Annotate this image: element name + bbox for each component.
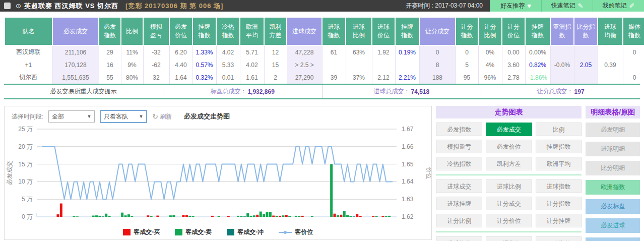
topbar-button-3[interactable]: 我的笔记✐	[593, 0, 644, 12]
topbar-button-1[interactable]: 好友推荐♥	[490, 0, 541, 12]
summary-label: 让分总成交：	[537, 87, 573, 96]
col-header: 必发成交	[52, 17, 99, 45]
trend-button-进球指数[interactable]: 进球指数	[536, 179, 582, 193]
trend-button-亚洲指数[interactable]: 亚洲指数	[486, 236, 532, 241]
refresh-button[interactable]: ↻ 刷新	[152, 112, 172, 121]
col-header: 凯利方差	[264, 17, 287, 45]
odds-table-wrap: 队名必发成交必发指数比例模拟盈亏必发价位挂牌指数冷热指数欧洲平均凯利方差进球成交…	[4, 17, 640, 84]
legend-item: 客价位	[279, 228, 313, 236]
col-header: 亚洲指数	[550, 17, 574, 45]
odds-cell: 2	[264, 71, 287, 84]
col-header: 让分指数	[456, 17, 478, 45]
trend-button-必发指数[interactable]: 必发指数	[436, 123, 482, 136]
legend-swatch	[175, 229, 182, 235]
col-header: 挂牌指数	[192, 17, 216, 45]
top-bar: ⊙ 英超联赛 西汉姆联 VS 切尔西 [竞彩 20170306 期 第 006 …	[0, 0, 644, 12]
odds-cell: 16	[99, 58, 121, 71]
summary-section: 让分总成交：197	[481, 85, 640, 98]
team-name: 西汉姆联	[5, 45, 52, 58]
odds-cell	[372, 58, 395, 71]
odds-cell	[550, 71, 574, 84]
summary-value: 197	[574, 88, 585, 95]
detail-button-必发明细[interactable]: 必发明细	[586, 123, 640, 137]
legend-label: 客价位	[295, 228, 313, 236]
trend-chart: 0 万1.625 万1.6310 万1.6415 万1.6520 万1.6625…	[5, 124, 431, 227]
odds-cell: 1,551,635	[52, 71, 99, 84]
detail-button-正确比分[interactable]: 正确比分	[586, 237, 640, 241]
trend-button-让分挂牌[interactable]: 让分挂牌	[536, 214, 582, 227]
team-filter-select[interactable]: 只看客队 ▼	[100, 110, 147, 123]
kickoff-time: 开赛时间 : 2017-03-07 04:00	[406, 2, 483, 10]
time-range-select[interactable]: 全部 ▼	[48, 110, 95, 123]
legend-item: 客成交-卖	[175, 228, 212, 236]
detail-button-进球明细[interactable]: 进球明细	[586, 142, 640, 156]
page: ⊙ 英超联赛 西汉姆联 VS 切尔西 [竞彩 20170306 期 第 006 …	[0, 0, 644, 241]
odds-cell	[346, 58, 372, 71]
odds-cell	[574, 45, 598, 58]
detail-button-欧洲指数[interactable]: 欧洲指数	[586, 180, 640, 195]
detail-button-必发进球[interactable]: 必发进球	[586, 218, 640, 233]
col-header: 进球指数	[322, 17, 346, 45]
svg-text:必发成交: 必发成交	[6, 161, 13, 185]
svg-text:20 万: 20 万	[18, 143, 33, 150]
col-header: 比例	[121, 17, 143, 45]
odds-cell: 5.33	[216, 58, 240, 71]
trend-button-冷热指数[interactable]: 冷热指数	[436, 157, 482, 170]
odds-cell: 2.12	[372, 71, 395, 84]
odds-table: 队名必发成交必发指数比例模拟盈亏必发价位挂牌指数冷热指数欧洲平均凯利方差进球成交…	[4, 17, 644, 84]
col-header: 挂牌指数	[525, 17, 550, 45]
summary-section: 进球总成交：74,518	[322, 85, 481, 98]
trend-button-让分成交[interactable]: 让分成交	[486, 197, 532, 210]
odds-cell: -1.86%	[525, 71, 550, 84]
detail-button-必发标盘[interactable]: 必发标盘	[586, 199, 640, 214]
legend-item: 客成交-买	[123, 228, 160, 236]
odds-cell: 27,290	[287, 71, 322, 84]
legend-label: 客成交-买	[134, 228, 160, 236]
trend-button-进球比例[interactable]: 进球比例	[486, 179, 532, 193]
trend-button-媒体指数[interactable]: 媒体指数	[536, 236, 582, 241]
trend-button-进球均衡[interactable]: 进球均衡	[436, 236, 482, 241]
chevron-down-icon: ▼	[87, 114, 91, 119]
topbar-button-2[interactable]: 快速笔记✎	[541, 0, 593, 12]
odds-cell: 1.61	[240, 71, 264, 84]
trend-button-凯利方差[interactable]: 凯利方差	[486, 157, 532, 170]
trend-button-必发价位[interactable]: 必发价位	[486, 140, 532, 153]
trend-button-进球成交[interactable]: 进球成交	[436, 179, 482, 193]
topbar-button-label: 我的笔记	[603, 2, 627, 10]
odds-cell: 1.92	[372, 45, 395, 58]
svg-text:1.65: 1.65	[402, 161, 414, 168]
trend-button-必发成交[interactable]: 必发成交	[486, 123, 532, 136]
summary-value: 74,518	[411, 88, 430, 95]
trend-button-让分比例[interactable]: 让分比例	[436, 214, 482, 227]
summary-label: 必发交易所重大成交提示	[50, 87, 116, 96]
trend-button-挂牌指数[interactable]: 挂牌指数	[536, 140, 582, 153]
odds-cell: 47,228	[287, 45, 322, 58]
detail-panel-title: 明细表格/原图	[586, 106, 640, 118]
col-header: 让分价位	[502, 17, 525, 45]
detail-button-比分明细[interactable]: 比分明细	[586, 161, 640, 175]
edit-note-icon: ✎	[578, 2, 584, 10]
match-checkbox[interactable]	[4, 3, 11, 9]
odds-cell: 2.78	[502, 71, 525, 84]
odds-cell: 2.05	[574, 58, 598, 71]
summary-label: 标盘总成交：	[210, 87, 246, 96]
col-header: 冷热指数	[216, 17, 240, 45]
trend-button-欧洲平均[interactable]: 欧洲平均	[536, 157, 582, 170]
trend-button-比例[interactable]: 比例	[536, 123, 582, 136]
table-row: 切尔西1,551,6355580%321.640.32%0.011.61227,…	[5, 71, 644, 84]
trend-button-模拟盈亏[interactable]: 模拟盈亏	[436, 140, 482, 153]
odds-cell: 0.01	[216, 71, 240, 84]
trend-button-让分指数[interactable]: 让分指数	[536, 197, 582, 210]
col-header: 欧洲平均	[240, 17, 264, 45]
trend-button-进球挂牌[interactable]: 进球挂牌	[436, 197, 482, 210]
summary-section: 标盘总成交：1,932,869	[163, 85, 322, 98]
odds-cell: 4%	[478, 58, 502, 71]
odds-cell: 63%	[346, 45, 372, 58]
odds-cell	[395, 58, 419, 71]
summary-label: 进球总成交：	[374, 87, 410, 96]
trend-button-让分价位[interactable]: 让分价位	[486, 214, 532, 227]
issue-info: [竞彩 20170306 期 第 006 场]	[125, 2, 223, 11]
col-header: 让分比例	[478, 17, 502, 45]
col-header: 模拟盈亏	[143, 17, 169, 45]
odds-cell: 95	[456, 71, 478, 84]
